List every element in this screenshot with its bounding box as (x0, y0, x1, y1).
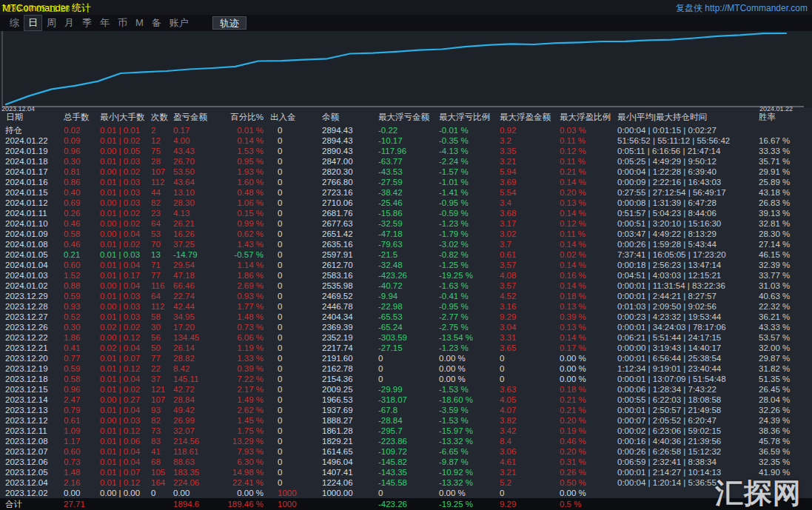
table-row[interactable]: 2023.12.150.960.01 | 0.0212142.722.17 %0… (0, 384, 812, 395)
table-row[interactable]: 2024.01.160.860.01 | 0.0311243.641.60 %0… (0, 177, 812, 187)
cell-date: 2024.01.15 (0, 187, 64, 198)
menu-item-3[interactable]: 月 (61, 16, 78, 30)
cell-lots: 0.96 (64, 384, 100, 395)
table-row[interactable]: 2023.12.290.590.01 | 0.036422.740.93 %02… (0, 291, 812, 301)
cell-balance: 2404.34 (322, 312, 378, 322)
brand-link[interactable]: 复盘侠 http://MTCommander.com (676, 2, 808, 15)
cell-max-float-loss: -423.26 (378, 270, 439, 281)
table-row[interactable]: 2023.12.190.590.01 | 0.12228.420.39 %021… (0, 363, 812, 374)
table-row[interactable]: 2023.12.270.520.01 | 0.035834.951.48 %02… (0, 312, 812, 322)
cell-balance: 1407.41 (322, 467, 378, 477)
cell-hold-time: 0:06:21 | 5:51:44 | 24:17:15 (617, 332, 759, 343)
cell-max-float-profit: 3.69 (500, 177, 560, 187)
cell-win-rate: 32.35 % (759, 457, 812, 467)
cell-max-float-loss-pct: -3.59 % (439, 405, 500, 415)
cell-lots: 0.79 (64, 405, 100, 415)
trajectory-tab[interactable]: 轨迹 (212, 16, 246, 30)
table-row[interactable]: 2023.12.051.480.01 | 0.07105183.3514.98 … (0, 467, 812, 477)
cell-max-float-loss-pct: -3.02 % (439, 239, 500, 249)
cell-pnl: 32.07 (173, 426, 222, 436)
cell-max-float-profit: 3.21 (500, 467, 560, 477)
cell-in-out: 0 (265, 384, 322, 395)
table-row[interactable]: 2024.01.020.880.00 | 0.0411666.462.69 %0… (0, 281, 812, 291)
menu-item-0[interactable]: 综 (6, 16, 23, 30)
menu-item-2[interactable]: 周 (43, 16, 60, 30)
cell-win-rate: 46.15 % (759, 249, 812, 260)
cell-max-float-loss-pct: -13.32 % (439, 477, 500, 488)
table-row[interactable]: 2024.01.110.260.01 | 0.02234.130.15 %026… (0, 208, 812, 218)
table-row[interactable]: 2024.01.150.400.01 | 0.034413.100.48 %02… (0, 187, 812, 198)
table-row[interactable]: 2024.01.180.300.01 | 0.032826.700.95 %02… (0, 156, 812, 167)
table-row[interactable]: 2024.01.031.520.01 | 0.177747.181.86 %02… (0, 270, 812, 281)
cell-date: 2024.01.09 (0, 229, 64, 239)
table-row[interactable]: 2023.12.280.930.00 | 0.0311242.441.77 %0… (0, 301, 812, 312)
table-row[interactable]: 2023.12.210.410.02 | 0.045026.141.19 %02… (0, 343, 812, 353)
table-row[interactable]: 2023.12.060.730.01 | 0.046888.636.30 %01… (0, 457, 812, 467)
total-row[interactable]: 合计27.711894.6189.46 %1000-423.26-19.25 %… (0, 498, 812, 510)
cell-min-max-lots: 0.02 | 0.04 (100, 343, 151, 353)
cell-in-out: 0 (265, 167, 322, 177)
cell-pnl: 66.46 (173, 281, 222, 291)
cell-win-rate: 29.91 % (759, 167, 812, 177)
menu-item-5[interactable]: 年 (96, 16, 113, 30)
cell-pct: 1.49 % (222, 395, 265, 405)
cell-hold-time: 0:00:01 | 2:50:57 | 21:49:58 (617, 405, 759, 415)
cell-balance: 1861.28 (322, 426, 378, 436)
cell-hold-time: 0:00:18 | 2:56:23 | 13:47:14 (617, 260, 759, 270)
cell-min-max-lots: 0.00 | 0.02 (100, 167, 151, 177)
cell-max-float-loss-pct: -13.32 % (439, 436, 500, 446)
table-row[interactable]: 2023.12.221.860.00 | 0.1256134.456.06 %0… (0, 332, 812, 343)
cell-min-max-lots: 0.01 | 0.03 (100, 187, 151, 198)
menu-item-1[interactable]: 日 (24, 15, 42, 31)
cell-win-rate: 24.39 % (759, 415, 812, 426)
cell-max-float-profit: 0.61 (500, 249, 560, 260)
cell-win-rate: 16.67 % (759, 135, 812, 146)
table-row[interactable]: 2023.12.042.160.01 | 0.12164224.0622.41 … (0, 477, 812, 488)
menu-item-4[interactable]: 季 (78, 16, 95, 30)
table-row[interactable]: 2024.01.100.460.00 | 0.026426.210.99 %02… (0, 218, 812, 229)
cell-pnl: 214.56 (173, 436, 222, 446)
table-row[interactable]: 2024.01.080.460.01 | 0.027037.251.43 %02… (0, 239, 812, 249)
table-row[interactable]: 2023.12.180.580.01 | 0.0437145.117.22 %0… (0, 374, 812, 384)
cell-min-max-lots: 0.01 | 0.02 (100, 384, 151, 395)
table-row[interactable]: 2024.01.040.600.01 | 0.047129.541.14 %02… (0, 260, 812, 270)
cell-max-float-profit-pct: 0.12 % (560, 218, 617, 229)
cell-date: 2023.12.12 (0, 415, 64, 426)
table-row[interactable]: 2024.01.120.690.00 | 0.038228.301.06 %02… (0, 198, 812, 208)
table-row[interactable]: 2023.12.070.600.01 | 0.0441118.617.93 %0… (0, 446, 812, 457)
menu-item-8[interactable]: 备 (148, 16, 165, 30)
table-row[interactable]: 2023.12.142.470.00 | 0.2710728.841.49 %0… (0, 395, 812, 405)
cell-max-float-profit-pct: 0.20 % (560, 446, 617, 457)
cell-max-float-profit: 3.4 (500, 198, 560, 208)
table-row[interactable]: 2023.12.260.300.02 | 0.023017.200.73 %02… (0, 322, 812, 332)
cell-max-float-profit: 3.17 (500, 218, 560, 229)
table-row[interactable]: 持仓0.020.01 | 0.0120.170.01 %02894.43-0.2… (0, 125, 812, 135)
cell-pct: 0.73 % (222, 322, 265, 332)
menu-item-9[interactable]: 账户 (166, 16, 192, 30)
cell-count: 13 (151, 249, 173, 260)
table-row[interactable]: 2023.12.020.000.00 | 0.0000.000.00 %1000… (0, 488, 812, 498)
table-row[interactable]: 2024.01.170.810.00 | 0.0210753.501.93 %0… (0, 167, 812, 177)
cell-max-float-profit-pct: 0.11 % (560, 229, 617, 239)
table-row[interactable]: 2023.12.130.790.01 | 0.049349.422.62 %01… (0, 405, 812, 415)
table-row[interactable]: 2024.01.220.090.01 | 0.02124.000.14 %028… (0, 135, 812, 146)
cell-max-float-loss-pct: -2.24 % (439, 156, 500, 167)
cell-pnl: 26.70 (173, 156, 222, 167)
watermark: 汇探网 (715, 474, 802, 510)
cell-date: 2023.12.15 (0, 384, 64, 395)
cell-balance: 1966.53 (322, 395, 378, 405)
menu-item-6[interactable]: 币 (114, 16, 131, 30)
cell-count: 64 (151, 218, 173, 229)
cell-balance: 2191.60 (322, 353, 378, 363)
cell-max-float-loss-pct: -1.23 % (439, 218, 500, 229)
table-row[interactable]: 2024.01.090.580.00 | 0.045316.260.62 %02… (0, 229, 812, 239)
table-row[interactable]: 2023.12.111.090.01 | 0.127332.071.75 %01… (0, 426, 812, 436)
table-row[interactable]: 2024.01.190.960.00 | 0.057543.431.53 %02… (0, 146, 812, 156)
cell-max-float-profit-pct: 0.14 % (560, 177, 617, 187)
table-row[interactable]: 2024.01.050.210.01 | 0.0313-14.79-0.57 %… (0, 249, 812, 260)
table-row[interactable]: 2023.12.120.610.00 | 0.038226.991.45 %01… (0, 415, 812, 426)
menu-item-7[interactable]: M (132, 16, 147, 29)
cell-max-float-profit-pct: 0.13 % (560, 198, 617, 208)
table-row[interactable]: 2023.12.200.770.01 | 0.077728.821.33 %02… (0, 353, 812, 363)
table-row[interactable]: 2023.12.081.170.01 | 0.0683214.5613.29 %… (0, 436, 812, 446)
